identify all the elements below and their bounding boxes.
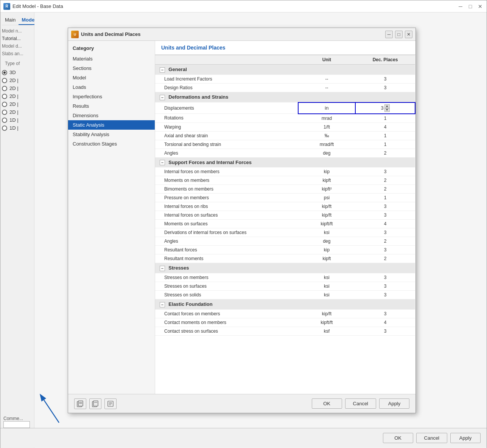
row-design-ratios[interactable]: Design Ratios -- 3 <box>155 83 415 92</box>
section-stresses: − Stresses <box>155 263 415 273</box>
row-bimoments[interactable]: Bimoments on members kipft² 2 <box>155 185 415 194</box>
row-angles-support[interactable]: Angles deg 2 <box>155 237 415 246</box>
inner-bottom-right: OK Cancel Apply <box>312 398 409 409</box>
row-internal-forces-members[interactable]: Internal forces on members kip 3 <box>155 167 415 176</box>
cell-resultant-forces-dec: 3 <box>355 246 415 254</box>
row-warping[interactable]: Warping 1/ft 4 <box>155 122 415 131</box>
collapse-support-forces[interactable]: − <box>160 160 165 165</box>
outer-tabs: Main Model <box>2 16 33 25</box>
cell-displacements-unit[interactable]: in <box>298 102 355 114</box>
row-contact-stress-surfaces[interactable]: Contact stress on surfaces ksf 3 <box>155 327 415 336</box>
cell-angles-support-name: Angles <box>155 237 298 246</box>
category-static-analysis[interactable]: Static Analysis <box>68 120 155 130</box>
radio-1d-2[interactable]: 1D | <box>2 124 33 132</box>
row-pressure-members[interactable]: Pressure on members psi 1 <box>155 194 415 202</box>
outer-ok-button[interactable]: OK <box>383 433 413 443</box>
icon-btn-3[interactable] <box>104 398 117 409</box>
col-dec-header: Dec. Places <box>355 55 415 65</box>
row-stresses-members[interactable]: Stresses on members ksi 3 <box>155 273 415 282</box>
outer-cancel-button[interactable]: Cancel <box>416 433 447 443</box>
tab-main[interactable]: Main <box>2 16 19 25</box>
inner-cancel-button[interactable]: Cancel <box>345 398 376 409</box>
inner-minimize-button[interactable]: ─ <box>385 31 393 38</box>
close-outer-button[interactable]: ✕ <box>477 3 484 10</box>
radio-2d-1[interactable]: 2D | <box>2 76 33 84</box>
inner-close-button[interactable]: ✕ <box>405 31 412 38</box>
collapse-elastic[interactable]: − <box>160 302 165 307</box>
outer-window: R Edit Model - Base Data ─ □ ✕ Main Mode… <box>0 0 487 448</box>
row-torsional[interactable]: Torsional and bending strain mrad/ft 1 <box>155 140 415 149</box>
row-resultant-moments[interactable]: Resultant moments kipft 2 <box>155 254 415 263</box>
cell-pressure-members-unit: psi <box>298 194 355 202</box>
cell-stresses-surfaces-name: Stresses on surfaces <box>155 282 298 291</box>
row-moments-surfaces[interactable]: Moments on surfaces kipft/ft 4 <box>155 220 415 228</box>
radio-2d-4[interactable]: 2D | <box>2 100 33 108</box>
spinner-up[interactable]: ▲ <box>384 104 390 108</box>
cell-angles-support-unit: deg <box>298 237 355 246</box>
category-results[interactable]: Results <box>68 101 155 111</box>
category-imperfections[interactable]: Imperfections <box>68 92 155 101</box>
radio-1d-2-dot <box>2 126 7 131</box>
row-internal-forces-surfaces[interactable]: Internal forces on surfaces kip/ft 3 <box>155 211 415 220</box>
cell-resultant-moments-name: Resultant moments <box>155 254 298 263</box>
row-rotations[interactable]: Rotations mrad 1 <box>155 114 415 123</box>
category-dimensions[interactable]: Dimensions <box>68 111 155 120</box>
category-sections[interactable]: Sections <box>68 64 155 73</box>
cell-internal-forces-surfaces-name: Internal forces on surfaces <box>155 211 298 220</box>
icon-btn-1[interactable] <box>74 398 86 409</box>
row-displacements[interactable]: Displacements in 3 ▲ <box>155 102 415 114</box>
cell-stresses-members-unit: ksi <box>298 273 355 282</box>
inner-apply-button[interactable]: Apply <box>379 398 409 409</box>
category-stability-analysis[interactable]: Stability Analysis <box>68 130 155 139</box>
collapse-general[interactable]: − <box>160 67 165 73</box>
type-of-label: Type of <box>2 59 33 67</box>
row-derivations[interactable]: Derivations of internal forces on surfac… <box>155 228 415 237</box>
radio-2d-5[interactable]: 2D | <box>2 108 33 116</box>
cell-bimoments-name: Bimoments on members <box>155 185 298 194</box>
row-stresses-surfaces[interactable]: Stresses on surfaces ksi 3 <box>155 282 415 291</box>
row-axial-shear[interactable]: Axial and shear strain ‰ 1 <box>155 131 415 140</box>
collapse-stresses[interactable]: − <box>160 266 165 271</box>
cell-displacements-dec[interactable]: 3 ▲ ▼ <box>355 102 415 114</box>
row-contact-forces-members[interactable]: Contact forces on members kip/ft 3 <box>155 310 415 318</box>
category-construction-stages[interactable]: Construction Stages <box>68 139 155 149</box>
inner-ok-button[interactable]: OK <box>312 398 342 409</box>
cell-resultant-moments-dec: 2 <box>355 254 415 263</box>
copy-icon-1 <box>77 400 84 407</box>
row-contact-moments-members[interactable]: Contact moments on members kipft/ft 4 <box>155 318 415 327</box>
radio-2d-2-dot <box>2 86 7 91</box>
cell-contact-moments-members-unit: kipft/ft <box>298 318 355 327</box>
category-materials[interactable]: Materials <box>68 54 155 64</box>
minimize-button[interactable]: ─ <box>457 3 464 10</box>
spinner-down[interactable]: ▼ <box>384 108 390 112</box>
row-moments-members[interactable]: Moments on members kipft 2 <box>155 176 415 185</box>
row-internal-forces-ribs[interactable]: Internal forces on ribs kip/ft 3 <box>155 202 415 211</box>
cell-derivations-name: Derivations of internal forces on surfac… <box>155 228 298 237</box>
radio-1d-1[interactable]: 1D | <box>2 116 33 124</box>
radio-2d-2[interactable]: 2D | <box>2 84 33 92</box>
inner-app-icon: U <box>71 31 79 38</box>
inner-maximize-button[interactable]: □ <box>395 31 403 38</box>
cell-stresses-solids-dec: 3 <box>355 291 415 299</box>
dec-spinner[interactable]: ▲ ▼ <box>384 104 390 112</box>
row-resultant-forces[interactable]: Resultant forces kip 3 <box>155 246 415 254</box>
comments-input[interactable] <box>3 421 30 428</box>
row-load-increment[interactable]: Load Increment Factors -- 3 <box>155 74 415 83</box>
outer-apply-button[interactable]: Apply <box>450 433 481 443</box>
maximize-button[interactable]: □ <box>467 3 474 10</box>
collapse-deformations[interactable]: − <box>160 95 165 100</box>
radio-2d-5-label: 2D | <box>9 109 19 115</box>
cell-stresses-members-dec: 3 <box>355 273 415 282</box>
radio-3d[interactable]: 3D <box>2 68 33 76</box>
cell-internal-forces-members-name: Internal forces on members <box>155 167 298 176</box>
category-loads[interactable]: Loads <box>68 82 155 92</box>
row-stresses-solids[interactable]: Stresses on solids ksi 3 <box>155 291 415 299</box>
row-angles-deform[interactable]: Angles deg 2 <box>155 149 415 157</box>
outer-main: U Units and Decimal Places ─ □ ✕ Categor… <box>34 12 487 448</box>
icon-btn-2[interactable] <box>89 398 101 409</box>
model-name-label: Model n... <box>2 28 32 34</box>
cell-load-increment-unit: -- <box>298 74 355 83</box>
category-model[interactable]: Model <box>68 73 155 82</box>
cell-resultant-forces-name: Resultant forces <box>155 246 298 254</box>
radio-2d-3[interactable]: 2D | <box>2 92 33 100</box>
